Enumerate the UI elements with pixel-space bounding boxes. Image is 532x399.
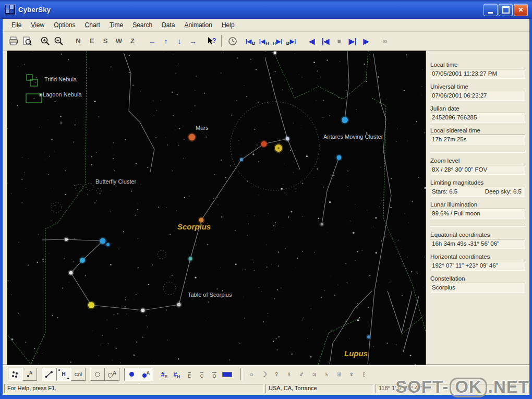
sidebar-value: Scorpius xyxy=(430,283,525,293)
zoom-in-button[interactable] xyxy=(38,34,52,47)
sidebar-separator xyxy=(430,151,525,153)
step-forward-day-button[interactable]: D▶| xyxy=(284,34,298,47)
step-back-hour-button[interactable]: |◀H xyxy=(257,34,271,47)
set-time-button[interactable] xyxy=(226,34,239,47)
toggle-neptune-button[interactable]: ♆ xyxy=(345,368,358,380)
toggle-horizon-fill-button[interactable] xyxy=(221,368,233,380)
mars[interactable] xyxy=(189,134,196,141)
scroll-right-button[interactable]: → xyxy=(186,34,200,47)
menu-file[interactable]: File xyxy=(7,20,26,30)
stop-button[interactable]: ■ xyxy=(332,34,346,47)
scroll-left-button[interactable]: ← xyxy=(146,34,159,47)
menu-help[interactable]: Help xyxy=(217,20,239,30)
toggle-planets-button[interactable] xyxy=(124,368,139,381)
sidebar-label: Horizontal coordinates xyxy=(430,253,525,260)
star[interactable] xyxy=(337,155,342,160)
scroll-up-button[interactable]: ↑ xyxy=(159,34,173,47)
face-zenith-button[interactable]: Z xyxy=(126,34,139,47)
sidebar-value: Stars: 6.5Deep sky: 6.5 xyxy=(430,187,525,197)
menu-bar: FileViewOptionsChartTimeSearchDataAnimat… xyxy=(3,19,529,32)
menu-data[interactable]: Data xyxy=(157,20,179,30)
step-reverse-button[interactable]: |◀ xyxy=(319,34,332,47)
menu-view[interactable]: View xyxy=(26,20,49,30)
face-east-button[interactable]: E xyxy=(85,34,99,47)
star[interactable] xyxy=(69,271,73,275)
toggle-venus-button[interactable]: ♀ xyxy=(283,368,295,380)
window-title: CyberSky xyxy=(18,6,51,14)
menu-search[interactable]: Search xyxy=(128,20,157,30)
face-south-button[interactable]: S xyxy=(99,34,112,47)
toolbar-separator xyxy=(221,35,223,47)
toggle-galactic-equator-button[interactable]: O xyxy=(208,368,221,380)
star[interactable] xyxy=(177,303,181,307)
scroll-down-button[interactable]: ↓ xyxy=(173,34,186,47)
toggle-saturn-button[interactable]: ♄ xyxy=(320,368,333,380)
toggle-jupiter-button[interactable]: ♃ xyxy=(308,368,320,380)
menu-animation[interactable]: Animation xyxy=(180,20,217,30)
star[interactable] xyxy=(274,52,276,54)
minimize-button[interactable] xyxy=(483,4,498,16)
antares[interactable] xyxy=(261,141,267,147)
animate-reverse-button[interactable]: ◀ xyxy=(305,34,319,47)
star[interactable] xyxy=(65,238,68,241)
star[interactable] xyxy=(80,258,85,263)
chart-label: Butterfly Cluster xyxy=(95,178,137,185)
zoom-out-button[interactable] xyxy=(52,34,65,47)
animate-forward-button[interactable]: ▶ xyxy=(359,34,373,47)
toggle-planet-labels-button[interactable]: A xyxy=(139,368,153,381)
toggle-moon-button[interactable]: ☽ xyxy=(258,368,270,380)
toggle-stars-button[interactable] xyxy=(8,368,22,381)
star[interactable] xyxy=(321,223,323,226)
print-preview-button[interactable] xyxy=(20,34,34,47)
toggle-mars-button[interactable]: ♂ xyxy=(295,368,308,380)
star[interactable] xyxy=(106,243,110,246)
step-back-day-button[interactable]: |◀D xyxy=(244,34,257,47)
star[interactable] xyxy=(141,309,145,312)
toggle-sun-button[interactable]: ○ xyxy=(245,368,258,380)
print-button[interactable] xyxy=(7,34,20,47)
sidebar-label: Limiting magnitudes xyxy=(430,179,525,186)
toggle-mercury-button[interactable]: ☿ xyxy=(270,368,283,380)
star[interactable] xyxy=(367,335,370,338)
toggle-star-labels-button[interactable]: A xyxy=(22,368,37,381)
toolbar-separator xyxy=(240,368,243,380)
star[interactable] xyxy=(100,238,106,244)
chart-label: Trifid Nebula xyxy=(44,76,77,82)
step-forward-hour-button[interactable]: H▶| xyxy=(271,34,284,47)
toggle-deepsky-button[interactable] xyxy=(90,368,105,381)
chart-label: Antares Moving Cluster xyxy=(323,134,383,140)
status-location: USA, CA, Torrance xyxy=(265,384,374,393)
toggle-equatorial-grid-button[interactable]: #E xyxy=(158,368,171,380)
loop-button[interactable]: ∞ xyxy=(378,34,392,47)
toggle-horizon-grid-button[interactable]: #H xyxy=(171,368,183,380)
toggle-celestial-equator-button[interactable]: C xyxy=(196,368,208,380)
close-button[interactable]: ✕ xyxy=(514,4,528,16)
toggle-constellation-lines-button[interactable] xyxy=(42,368,56,381)
toggle-ecliptic-button[interactable]: E xyxy=(183,368,196,380)
sidebar-label: Lunar illumination xyxy=(430,201,525,208)
face-west-button[interactable]: W xyxy=(112,34,126,47)
title-bar[interactable]: CyberSky ✕ xyxy=(0,0,532,19)
toggle-uranus-button[interactable]: ♅ xyxy=(333,368,345,380)
menu-time[interactable]: Time xyxy=(105,20,128,30)
star[interactable] xyxy=(40,94,42,96)
step-forward-button[interactable]: ▶| xyxy=(346,34,359,47)
star[interactable] xyxy=(88,302,94,308)
menu-options[interactable]: Options xyxy=(49,20,80,30)
menu-chart[interactable]: Chart xyxy=(80,20,105,30)
sidebar-label: Constellation xyxy=(430,275,525,282)
star[interactable] xyxy=(240,158,243,161)
toggle-constellation-figures-button[interactable]: H xyxy=(56,368,71,381)
toggle-pluto-button[interactable]: ♇ xyxy=(358,368,370,380)
face-north-button[interactable]: N xyxy=(71,34,85,47)
maximize-button[interactable] xyxy=(499,4,513,16)
star[interactable] xyxy=(342,117,348,123)
toggle-constellation-labels-button[interactable]: Cnl xyxy=(71,368,86,381)
sky-chart-svg[interactable]: Trifid NebulaLagoon NebulaMarsAntares Mo… xyxy=(7,51,426,365)
sidebar-value: 192° 07' 11" +23° 09' 46" xyxy=(430,261,525,271)
context-help-button[interactable]: ? xyxy=(205,34,219,47)
toggle-deepsky-labels-button[interactable]: A xyxy=(105,368,119,381)
star[interactable] xyxy=(189,257,192,261)
sky-chart[interactable]: Trifid NebulaLagoon NebulaMarsAntares Mo… xyxy=(7,51,426,365)
star[interactable] xyxy=(286,137,289,141)
